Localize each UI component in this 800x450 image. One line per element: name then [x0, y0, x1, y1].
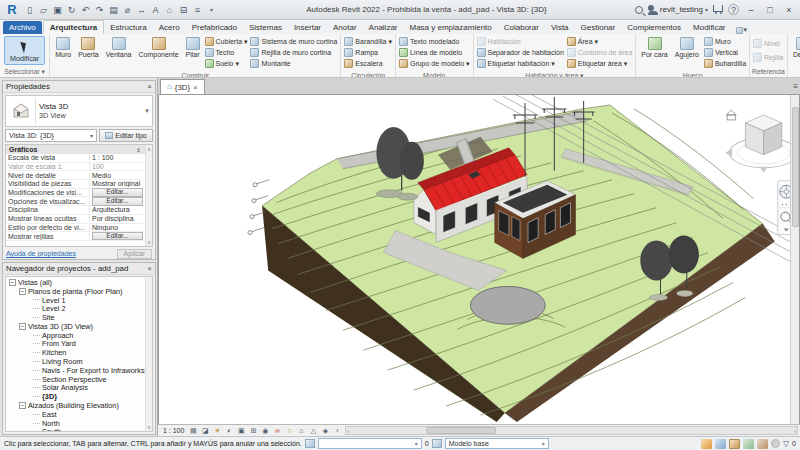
- tree-item-3d-current[interactable]: {3D}: [6, 392, 145, 401]
- expander-icon[interactable]: −: [19, 323, 26, 330]
- browser-scrollbar[interactable]: ∨: [145, 277, 152, 431]
- analytical-model-icon[interactable]: △: [307, 426, 319, 436]
- definir-button[interactable]: Definir: [791, 35, 800, 70]
- tree-item-living-room[interactable]: Living Room: [6, 357, 145, 366]
- rampa-button[interactable]: Rampa: [344, 47, 392, 58]
- view-scale[interactable]: 1 : 100: [160, 427, 187, 434]
- agujero-button[interactable]: Agujero: [673, 35, 701, 70]
- scroll-right-icon[interactable]: ›: [794, 428, 796, 434]
- muro-button[interactable]: Muro: [53, 35, 73, 70]
- horizontal-scroll-thumb[interactable]: [426, 427, 496, 434]
- crop-view-icon[interactable]: ▣: [235, 426, 247, 436]
- suelo-button[interactable]: Suelo ▾: [205, 58, 248, 69]
- sistema-muro-cortina-button[interactable]: Sistema de muro cortina: [250, 36, 337, 47]
- select-links-icon[interactable]: [701, 439, 712, 449]
- expander-icon[interactable]: −: [19, 288, 26, 295]
- tab-complementos[interactable]: Complementos: [621, 21, 687, 34]
- shadows-icon[interactable]: ◐: [223, 426, 235, 436]
- toposurface[interactable]: [262, 105, 775, 422]
- panel-title-seleccionar[interactable]: Seleccionar ▾: [0, 67, 49, 77]
- design-options-dropdown[interactable]: Modelo base▾: [445, 438, 549, 449]
- temporary-view-properties-icon[interactable]: ⌂: [295, 426, 307, 436]
- tab-analizar[interactable]: Analizar: [363, 21, 404, 34]
- reveal-hidden-elements-icon[interactable]: ○: [283, 426, 295, 436]
- select-by-face-icon[interactable]: [743, 439, 754, 449]
- graphics-section-header[interactable]: Gráficos: [9, 146, 37, 153]
- barandilla-button[interactable]: Barandilla ▾: [344, 36, 392, 47]
- worksets-icon[interactable]: [305, 439, 315, 448]
- editar-opciones-button[interactable]: Editar...: [92, 197, 143, 206]
- app-store-cart-icon[interactable]: [713, 5, 723, 12]
- design-options-icon[interactable]: [432, 439, 442, 448]
- hueco-muro-button[interactable]: Muro: [704, 36, 746, 47]
- active-workset-dropdown[interactable]: ▾: [318, 438, 422, 449]
- tree-item-site[interactable]: Site: [6, 313, 145, 322]
- viewcube[interactable]: [725, 110, 799, 173]
- tree-item-navis[interactable]: Navis - For Export to Infraworks: [6, 366, 145, 375]
- section-icon[interactable]: ⊟: [177, 3, 190, 17]
- componente-button[interactable]: Componente: [136, 35, 180, 70]
- expander-icon[interactable]: −: [19, 402, 26, 409]
- properties-help-link[interactable]: Ayuda de propiedades: [6, 250, 76, 257]
- escalera-button[interactable]: Escalera: [344, 58, 392, 69]
- properties-close-icon[interactable]: ×: [147, 82, 152, 91]
- modify-button[interactable]: Modificar: [4, 36, 45, 65]
- tab-masa-emplazamiento[interactable]: Masa y emplazamiento: [404, 21, 498, 34]
- help-icon[interactable]: ?: [728, 4, 739, 15]
- sun-path-icon[interactable]: ☀: [211, 426, 223, 436]
- vertical-scroll-thumb[interactable]: [792, 107, 799, 227]
- new-file-icon[interactable]: ▯: [23, 3, 36, 17]
- tree-item-planos-planta[interactable]: −Planos de planta (Floor Plan): [6, 287, 145, 296]
- view-tab-3d[interactable]: ⌂ {3D} ×: [160, 79, 205, 94]
- qat-customize-icon[interactable]: ▾: [205, 3, 218, 17]
- view-selector-combo[interactable]: Vista 3D: {3D}▾: [5, 129, 97, 142]
- viewcube-home-icon[interactable]: [726, 110, 736, 120]
- reveal-constraints-icon[interactable]: ◈: [319, 426, 331, 436]
- type-selector-arrow-icon[interactable]: ▾: [142, 107, 152, 115]
- tree-item-section-perspective[interactable]: Section Perspective: [6, 375, 145, 384]
- tab-prefabricado[interactable]: Prefabricado: [186, 21, 243, 34]
- tab-strip-menu-icon[interactable]: ≡: [793, 82, 798, 91]
- thin-lines-icon[interactable]: ≡: [191, 3, 204, 17]
- detail-level-icon[interactable]: ▤: [187, 426, 199, 436]
- show-crop-region-icon[interactable]: ⊞: [247, 426, 259, 436]
- text-icon[interactable]: A: [149, 3, 162, 17]
- editar-rejillas-button[interactable]: Editar...: [92, 232, 143, 241]
- horizontal-scrollbar[interactable]: ‹ ›: [345, 426, 798, 435]
- sync-icon[interactable]: ↻: [65, 3, 78, 17]
- section-controls-icon[interactable]: ‡: [137, 147, 142, 153]
- tree-item-alzados[interactable]: −Alzados (Building Elevation): [6, 401, 145, 410]
- tab-insertar[interactable]: Insertar: [288, 21, 327, 34]
- tree-item-vistas-3d[interactable]: −Vistas 3D (3D View): [6, 322, 145, 331]
- scroll-left-icon[interactable]: ‹: [347, 428, 349, 434]
- prop-row-escala[interactable]: Escala de vista1 : 100: [6, 154, 145, 163]
- tab-acero[interactable]: Acero: [153, 21, 186, 34]
- properties-scrollbar[interactable]: ∧∨: [145, 145, 152, 246]
- edit-type-button[interactable]: Editar tipo: [99, 129, 153, 142]
- montante-button[interactable]: Montante: [250, 58, 337, 69]
- maximize-button[interactable]: □: [763, 5, 777, 15]
- tab-modificar[interactable]: Modificar: [687, 21, 731, 34]
- panel-title-habitacion-area[interactable]: Habitación y área ▾: [474, 71, 636, 78]
- hueco-buhardilla-button[interactable]: Buhardilla: [704, 58, 746, 69]
- grupo-modelo-button[interactable]: Grupo de modelo ▾: [399, 58, 470, 69]
- drag-on-selection-icon[interactable]: [757, 439, 768, 449]
- locked-orientation-icon[interactable]: ◉: [259, 426, 271, 436]
- default-3d-view-icon[interactable]: ⌂: [163, 3, 176, 17]
- tree-item-from-yard[interactable]: From Yard: [6, 340, 145, 349]
- print-icon[interactable]: ▤: [107, 3, 120, 17]
- puerta-button[interactable]: Puerta: [76, 35, 101, 70]
- ventana-button[interactable]: Ventana: [104, 35, 134, 70]
- tree-item-approach[interactable]: Approach: [6, 331, 145, 340]
- revit-logo[interactable]: R: [4, 2, 20, 18]
- tree-item-vistas[interactable]: −Vistas (all): [6, 278, 145, 287]
- tab-sistemas[interactable]: Sistemas: [243, 21, 288, 34]
- techo-button[interactable]: Techo: [205, 47, 248, 58]
- prop-row-nivel-detalle[interactable]: Nivel de detalleMedio: [6, 171, 145, 180]
- texto-modelado-button[interactable]: Texto modelado: [399, 36, 470, 47]
- vertical-scrollbar[interactable]: [790, 95, 799, 424]
- minimize-button[interactable]: –: [744, 5, 758, 15]
- worksharing-display-icon[interactable]: [771, 439, 780, 448]
- linea-modelo-button[interactable]: Línea de modelo: [399, 47, 470, 58]
- rejilla-muro-cortina-button[interactable]: Rejilla de muro cortina: [250, 47, 337, 58]
